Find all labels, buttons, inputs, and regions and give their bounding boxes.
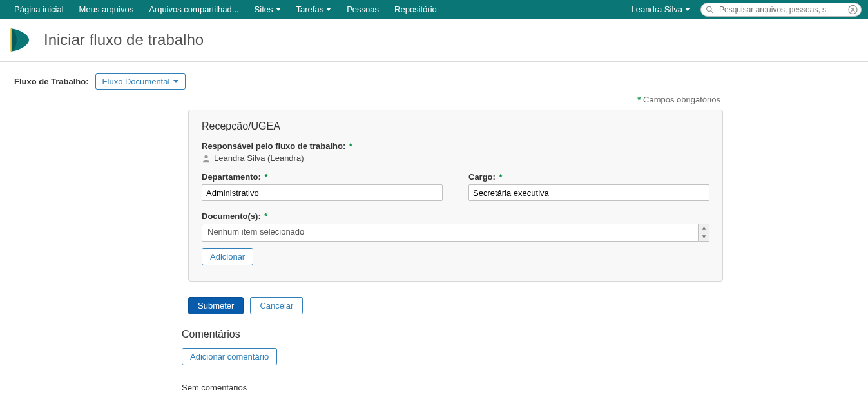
chevron-up-icon bbox=[702, 227, 706, 230]
departamento-field: Departamento: * bbox=[202, 172, 443, 201]
documentos-empty-text: Nenhum item selecionado bbox=[207, 227, 304, 236]
app-logo-icon bbox=[6, 26, 34, 53]
panel-recepcao: Recepção/UGEA Responsável pelo fluxo de … bbox=[188, 110, 723, 282]
cargo-input[interactable] bbox=[468, 184, 709, 201]
departamento-label: Departamento: bbox=[202, 172, 261, 182]
scroll-down-button[interactable] bbox=[699, 233, 709, 241]
chevron-down-icon bbox=[685, 8, 690, 11]
responsavel-label: Responsável pelo fluxo de trabalho: bbox=[202, 141, 345, 151]
nav-myfiles-label: Meus arquivos bbox=[79, 5, 134, 14]
main-content: Fluxo de Trabalho: Fluxo Documental * Ca… bbox=[0, 62, 868, 412]
scroll-up-button[interactable] bbox=[699, 224, 709, 233]
add-comment-button[interactable]: Adicionar comentário bbox=[182, 348, 277, 365]
responsavel-user: Leandra Silva (Leandra) bbox=[202, 153, 709, 163]
documentos-list[interactable]: Nenhum item selecionado bbox=[202, 224, 699, 242]
workflow-label: Fluxo de Trabalho: bbox=[14, 77, 89, 86]
nav-repo[interactable]: Repositório bbox=[387, 0, 445, 19]
comments-title: Comentários bbox=[182, 329, 723, 340]
nav-tasks[interactable]: Tarefas bbox=[289, 0, 340, 19]
user-name: Leandra Silva bbox=[632, 5, 683, 14]
chevron-down-icon bbox=[276, 8, 281, 11]
page-title: Iniciar fluxo de trabalho bbox=[44, 31, 204, 49]
documentos-field: Documento(s): * Nenhum item selecionado bbox=[202, 211, 709, 265]
comments-section: Comentários Adicionar comentário Sem com… bbox=[14, 329, 723, 392]
comments-empty: Sem comentários bbox=[182, 376, 723, 392]
chevron-down-icon bbox=[702, 235, 706, 238]
search-input[interactable] bbox=[700, 3, 862, 17]
svg-point-5 bbox=[204, 155, 207, 158]
documentos-scroll bbox=[699, 224, 709, 242]
chevron-down-icon bbox=[173, 80, 178, 83]
required-star-icon: * bbox=[349, 141, 352, 151]
nav-sites[interactable]: Sites bbox=[247, 0, 289, 19]
required-text: Campos obrigatórios bbox=[643, 95, 720, 104]
nav-shared[interactable]: Arquivos compartilhad... bbox=[141, 0, 246, 19]
svg-line-1 bbox=[711, 10, 713, 12]
nav-home[interactable]: Página inicial bbox=[6, 0, 72, 19]
workflow-row: Fluxo de Trabalho: Fluxo Documental bbox=[14, 73, 855, 90]
svg-point-0 bbox=[707, 6, 711, 11]
nav-home-label: Página inicial bbox=[14, 5, 64, 14]
panel-title: Recepção/UGEA bbox=[202, 120, 709, 132]
responsavel-value: Leandra Silva (Leandra) bbox=[214, 153, 304, 163]
nav-left: Página inicial Meus arquivos Arquivos co… bbox=[6, 0, 445, 19]
required-star-icon: * bbox=[264, 211, 267, 221]
user-icon bbox=[202, 154, 211, 163]
nav-tasks-label: Tarefas bbox=[296, 5, 324, 14]
add-document-button[interactable]: Adicionar bbox=[202, 248, 253, 265]
title-bar: Iniciar fluxo de trabalho bbox=[0, 19, 868, 62]
action-row: Submeter Cancelar bbox=[188, 297, 723, 314]
top-navbar: Página inicial Meus arquivos Arquivos co… bbox=[0, 0, 868, 19]
documentos-label: Documento(s): bbox=[202, 211, 261, 221]
nav-people[interactable]: Pessoas bbox=[339, 0, 387, 19]
required-star-icon: * bbox=[637, 95, 641, 104]
nav-sites-label: Sites bbox=[255, 5, 273, 14]
responsavel-field: Responsável pelo fluxo de trabalho: * Le… bbox=[202, 141, 709, 163]
cargo-field: Cargo: * bbox=[468, 172, 709, 201]
chevron-down-icon bbox=[326, 8, 331, 11]
clear-search-icon[interactable] bbox=[848, 5, 858, 14]
workflow-selected: Fluxo Documental bbox=[102, 77, 170, 86]
cargo-label: Cargo: bbox=[468, 172, 496, 182]
submit-button[interactable]: Submeter bbox=[188, 297, 244, 314]
nav-repo-label: Repositório bbox=[394, 5, 437, 14]
svg-marker-6 bbox=[702, 227, 706, 229]
required-star-icon: * bbox=[264, 172, 267, 182]
user-menu[interactable]: Leandra Silva bbox=[628, 5, 695, 14]
search-icon bbox=[706, 5, 714, 14]
nav-right: Leandra Silva bbox=[628, 3, 862, 17]
required-note: * Campos obrigatórios bbox=[14, 95, 723, 104]
departamento-input[interactable] bbox=[202, 184, 443, 201]
cancel-button[interactable]: Cancelar bbox=[250, 297, 303, 314]
required-star-icon: * bbox=[499, 172, 503, 182]
nav-people-label: Pessoas bbox=[347, 5, 379, 14]
nav-myfiles[interactable]: Meus arquivos bbox=[72, 0, 142, 19]
search-wrap bbox=[700, 3, 862, 17]
nav-shared-label: Arquivos compartilhad... bbox=[149, 5, 238, 14]
workflow-select[interactable]: Fluxo Documental bbox=[95, 73, 186, 90]
svg-marker-7 bbox=[702, 235, 706, 238]
